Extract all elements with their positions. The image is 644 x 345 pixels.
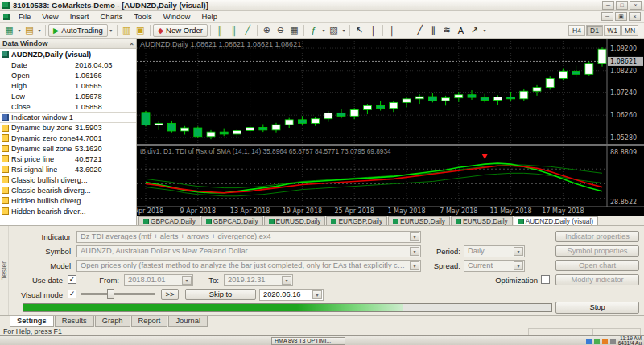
arrows-caret[interactable]: ▾ [481,27,488,33]
chart-canvas[interactable]: 3 Apr 20189 Apr 201813 Apr 201819 Apr 20… [137,39,644,216]
period-d1-button[interactable]: D1 [586,25,603,36]
new-chart-icon[interactable]: ▦ [2,24,16,37]
period-select-caret[interactable]: ▾ [514,247,523,256]
profiles-caret[interactable]: ▾ [36,27,43,33]
open-chart-button[interactable]: Open chart [555,260,639,271]
skip-to-button[interactable]: Skip to [185,289,256,300]
test-progress-bar [23,303,552,312]
tab-graph[interactable]: Graph [95,316,130,327]
menu-item-tools[interactable]: Tools [128,12,157,21]
updates-icon[interactable] [602,339,608,344]
zoom-in-icon[interactable]: ⊕ [260,24,274,37]
indicator-properties-button[interactable]: Indicator properties [555,231,639,242]
bar-chart-icon[interactable]: ║ [213,24,227,37]
chart-tab-icon [518,219,524,224]
row-label: Dynamic zero zone [11,134,76,142]
indicators-icon[interactable]: ƒ [307,24,320,37]
mdi-minimize-button[interactable]: ─ [601,12,613,21]
taskbar-app-button[interactable]: HMA 8v8 T3 OPTIMI... [271,337,345,345]
periods-icon[interactable]: ▧ [327,24,341,37]
indicator-select-caret[interactable]: ▾ [410,232,419,241]
chart-tab[interactable]: GBPCAD,Daily [138,216,200,225]
stop-button[interactable]: Stop [555,302,639,314]
arrows-icon[interactable]: ↗ [468,24,481,37]
candle-body [455,95,463,98]
indicators-caret[interactable]: ▾ [320,27,327,33]
history-center-icon[interactable]: ▣ [134,24,147,37]
mdi-close-button[interactable]: × [629,12,641,21]
chart-tab[interactable]: EURGBP,Daily [326,216,387,225]
menubar: FileViewInsertChartsToolsWindowHelp ─ ▣ … [0,11,644,23]
period-select[interactable]: Daily ▾ [464,245,525,257]
profiles-icon[interactable]: ▤ [23,24,36,37]
line-chart-icon[interactable]: ╱ [241,24,254,37]
tab-journal[interactable]: Journal [168,316,208,327]
vertical-line-icon[interactable]: │ [386,24,399,37]
profile-save-icon[interactable]: ▥ [120,24,134,37]
fibonacci-icon[interactable]: ≋ [440,24,454,37]
slider-thumb[interactable] [107,289,114,299]
to-date-field[interactable]: 2019.12.31 ▾ [224,274,293,286]
tab-report[interactable]: Report [131,316,168,327]
tab-results[interactable]: Results [55,316,94,327]
data-window-close-icon[interactable]: × [130,40,134,47]
indicator-select[interactable]: Dz TDI averages (mtf + alerts + arrows +… [76,231,421,243]
horizontal-line-icon[interactable]: ─ [399,24,413,37]
visual-speed-slider[interactable] [80,289,155,299]
spread-select[interactable]: Current ▾ [464,260,525,272]
skip-to-date-caret[interactable]: ▾ [312,290,322,299]
mdi-restore-button[interactable]: ▣ [615,12,627,21]
price-chart[interactable]: AUDNZD,Daily 1.08621 1.08621 1.08621 1.0… [137,39,644,216]
network-icon[interactable] [586,339,592,344]
trendline-icon[interactable]: ╱ [413,24,427,37]
close-button[interactable]: × [630,1,642,10]
zoom-out-icon[interactable]: ⊖ [274,24,287,37]
new-order-button[interactable]: ◆New Order [153,24,208,37]
visual-mode-checkbox[interactable]: ✓ [68,290,76,298]
chart-tab[interactable]: AUDNZD,Daily (visual) [514,216,598,225]
tab-settings[interactable]: Settings [10,316,54,327]
use-date-checkbox[interactable]: ✓ [68,275,76,284]
menu-item-insert[interactable]: Insert [64,12,95,21]
line-icon [2,125,9,132]
periods-caret[interactable]: ▾ [341,27,347,33]
tile-windows-icon[interactable]: ▦ [287,24,301,37]
spread-select-caret[interactable]: ▾ [514,261,523,270]
modify-indicator-button[interactable]: Modify indicator [555,274,639,285]
crosshair-icon[interactable]: ┼ [366,24,380,37]
chart-tab[interactable]: GBPCAD,Daily [201,216,263,225]
period-mn-button[interactable]: MN [621,25,638,36]
new-chart-caret[interactable]: ▾ [16,27,23,33]
candlestick-icon[interactable]: ╫ [227,24,241,37]
fast-forward-button[interactable]: >> [161,289,179,300]
period-h4-button[interactable]: H4 [568,25,585,36]
volume-icon[interactable] [610,339,616,344]
maximize-button[interactable]: □ [616,1,628,10]
menu-item-window[interactable]: Window [158,12,196,21]
symbol-properties-button[interactable]: Symbol properties [555,245,639,257]
channel-icon[interactable]: ∥ [427,24,440,37]
from-date-caret[interactable]: ▾ [182,276,192,285]
line-icon [2,145,9,152]
text-icon[interactable]: A [454,24,468,37]
skip-to-date-field[interactable]: 2020.06.16 ▾ [259,289,324,301]
taskbar-clock[interactable]: 11:19 AM 6431/4 Au [618,336,642,345]
menu-item-help[interactable]: Help [196,12,223,21]
chart-tab[interactable]: EURUSD,Daily [388,216,450,225]
minimize-button[interactable]: ─ [602,1,614,10]
autotrading-caret[interactable]: ▾ [108,27,114,33]
symbol-select[interactable]: AUDNZD, Australian Dollar vs New Zealand… [76,245,421,257]
chart-tab[interactable]: EURUSD,Daily [451,216,513,225]
from-date-field[interactable]: 2018.01.01 ▾ [124,274,193,286]
model-select[interactable]: Open prices only (fastest method to anal… [76,260,421,272]
menu-item-view[interactable]: View [36,12,64,21]
antivirus-icon[interactable] [594,339,600,344]
menu-item-charts[interactable]: Charts [95,12,129,21]
cursor-icon[interactable]: ↖ [353,24,366,37]
optimization-checkbox[interactable] [541,275,550,284]
period-w1-button[interactable]: W1 [604,25,621,36]
to-date-caret[interactable]: ▾ [282,276,291,285]
autotrading-button[interactable]: ▶AutoTrading [48,24,108,37]
chart-tab[interactable]: EURUSD,Daily [264,216,326,225]
menu-item-file[interactable]: File [13,12,36,21]
